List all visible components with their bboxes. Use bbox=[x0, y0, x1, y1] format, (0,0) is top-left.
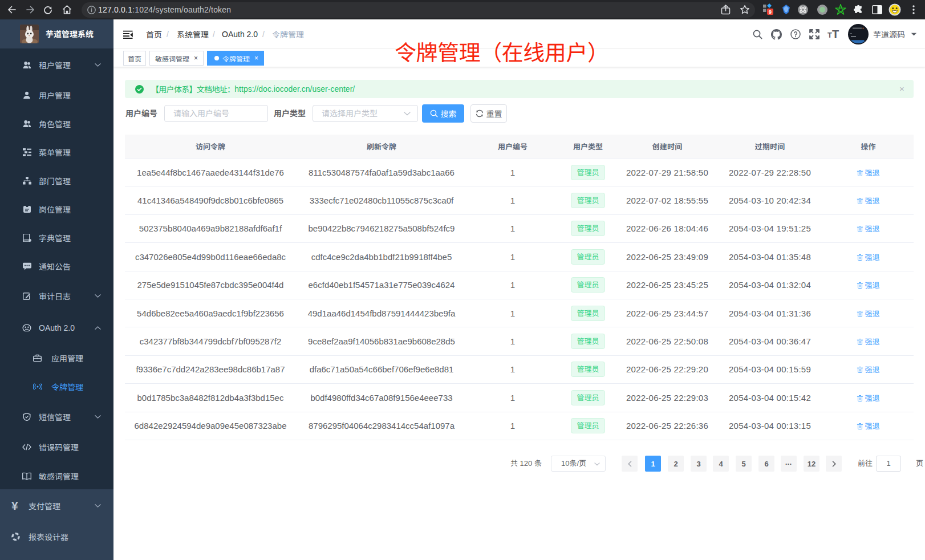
svg-text:9: 9 bbox=[769, 9, 772, 15]
